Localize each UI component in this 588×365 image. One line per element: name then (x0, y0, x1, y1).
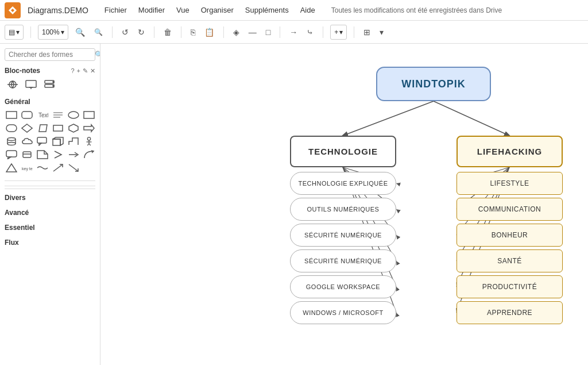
separator-1 (30, 26, 31, 38)
shape-curved[interactable] (82, 149, 96, 160)
tech-item-3[interactable]: SÉCURITÉ NUMÉRIQUE (290, 249, 396, 272)
svg-rect-29 (53, 139, 60, 145)
shape-monitor[interactable] (23, 78, 39, 91)
shape-callout[interactable] (36, 136, 49, 147)
tech-item-5[interactable]: WINDOWS / MICROSOFT (290, 301, 396, 324)
shape-hex[interactable] (67, 122, 80, 134)
life-item-0[interactable]: LIFESTYLE (457, 172, 563, 195)
menu-organiser[interactable]: Organiser (196, 5, 238, 16)
shape-ellipse[interactable] (67, 109, 80, 121)
life-item-4[interactable]: PRODUCTIVITÉ (457, 275, 563, 298)
shape-cylinder[interactable] (5, 136, 18, 147)
add-button[interactable]: + ▾ (330, 25, 347, 40)
shape-parallelogram[interactable] (36, 122, 49, 134)
search-box[interactable]: 🔍 (5, 48, 95, 61)
bloc-notes-help[interactable]: ? (71, 67, 74, 75)
shape-network[interactable] (5, 78, 21, 91)
shape-cloud[interactable] (20, 136, 34, 147)
search-icon: 🔍 (95, 51, 100, 59)
search-input[interactable] (9, 51, 95, 59)
zoom-selector[interactable]: 100% ▾ (38, 25, 68, 40)
undo-button[interactable]: ↺ (119, 25, 131, 40)
shape-arrow-right[interactable] (82, 122, 96, 134)
life-item-5[interactable]: APPRENDRE (457, 301, 563, 324)
technologie-label: TECHNOLOGIE (308, 147, 378, 156)
shape-doc[interactable] (36, 149, 49, 160)
svg-rect-16 (84, 112, 94, 118)
connector-button[interactable]: ⤷ (304, 25, 316, 40)
svg-text:key text: key text (22, 167, 33, 171)
bloc-notes-add[interactable]: + (77, 67, 80, 75)
fill-button[interactable]: ◈ (231, 25, 242, 40)
shape-label[interactable]: key text (20, 162, 34, 174)
divider-1 (5, 180, 95, 181)
page-dropdown[interactable]: ▤ ▾ (5, 25, 24, 40)
shape-lines[interactable] (51, 109, 65, 121)
shape-cube[interactable] (51, 136, 65, 147)
shape-rect2[interactable] (82, 109, 96, 121)
shape-button[interactable]: □ (264, 25, 273, 40)
bloc-notes-edit[interactable]: ✎ (83, 67, 88, 75)
separator-6 (280, 26, 280, 38)
copy-button[interactable]: ⎘ (188, 25, 198, 40)
delete-button[interactable]: 🗑 (161, 25, 174, 40)
shape-arrow2[interactable] (67, 149, 80, 160)
flux-section[interactable]: Flux (5, 239, 95, 247)
svg-marker-21 (69, 124, 78, 132)
zoom-out-button[interactable]: 🔍 (92, 25, 105, 40)
line-color-button[interactable]: — (246, 25, 259, 40)
life-item-1[interactable]: COMMUNICATION (457, 198, 563, 221)
shape-rect[interactable] (5, 109, 18, 121)
bloc-notes-close[interactable]: ✕ (90, 67, 95, 75)
redo-button[interactable]: ↻ (136, 25, 147, 40)
zoom-in-button[interactable]: 🔍 (73, 25, 87, 40)
shape-server[interactable] (41, 78, 57, 91)
table-button[interactable]: ⊞ (361, 25, 373, 40)
main-layout: 🔍 Bloc-notes ? + ✎ ✕ Général (0, 44, 588, 365)
avance-section[interactable]: Avancé (5, 209, 95, 217)
shape-person[interactable] (82, 136, 96, 147)
shape-45arrow[interactable] (67, 162, 80, 174)
shape-triangle[interactable] (5, 162, 18, 174)
lifehacking-node[interactable]: LIFEHACKING (457, 136, 563, 167)
zoom-value: 100% (42, 28, 60, 36)
app-title: Diagrams.DEMO (28, 6, 88, 15)
shape-diag-arrow[interactable] (51, 162, 65, 174)
shape-rounded2[interactable] (5, 122, 18, 134)
separator-8 (354, 26, 354, 38)
shape-chevron[interactable] (51, 149, 65, 160)
menu-supplements[interactable]: Suppléments (241, 5, 293, 16)
toolbar: ▤ ▾ 100% ▾ 🔍 🔍 ↺ ↻ 🗑 ⎘ 📋 ◈ — □ → ⤷ + ▾ ⊞… (0, 21, 588, 44)
menu-modifier[interactable]: Modifier (134, 5, 169, 16)
shape-wave[interactable] (36, 162, 49, 174)
tech-item-1[interactable]: OUTILS NUMÉRIQUES (290, 198, 396, 221)
tech-item-0[interactable]: TECHNOLOGIE EXPLIQUÉE (290, 172, 396, 195)
lifehacking-label: LIFEHACKING (477, 147, 543, 156)
canvas[interactable]: WINDTOPIK TECHNOLOGIE LIFEHACKING TECHNO… (100, 44, 588, 365)
separator-2 (112, 26, 113, 38)
page-arrow: ▾ (16, 28, 20, 36)
menu-fichier[interactable]: Fichier (100, 5, 131, 16)
menu-aide[interactable]: Aide (296, 5, 320, 16)
shape-misc[interactable] (20, 149, 34, 160)
shape-speech[interactable] (5, 149, 18, 160)
arrow-button[interactable]: → (287, 25, 300, 40)
life-item-2[interactable]: BONHEUR (457, 224, 563, 247)
shape-step[interactable] (67, 136, 80, 147)
shape-text[interactable]: Text (36, 109, 49, 121)
life-item-3[interactable]: SANTÉ (457, 249, 563, 272)
svg-marker-19 (39, 125, 47, 132)
table-arrow[interactable]: ▾ (377, 25, 386, 40)
separator-7 (323, 26, 323, 38)
root-node[interactable]: WINDTOPIK (376, 67, 491, 101)
menu-vue[interactable]: Vue (172, 5, 194, 16)
shape-rect3[interactable] (51, 122, 65, 134)
technologie-node[interactable]: TECHNOLOGIE (290, 136, 396, 167)
essentiel-section[interactable]: Essentiel (5, 224, 95, 232)
divers-section[interactable]: Divers (5, 194, 95, 202)
shape-diamond[interactable] (20, 122, 34, 134)
shape-rounded-rect[interactable] (20, 109, 34, 121)
tech-item-4[interactable]: GOOGLE WORKSPACE (290, 275, 396, 298)
tech-item-2[interactable]: SÉCURITÉ NUMÉRIQUE (290, 224, 396, 247)
paste-button[interactable]: 📋 (202, 25, 216, 40)
